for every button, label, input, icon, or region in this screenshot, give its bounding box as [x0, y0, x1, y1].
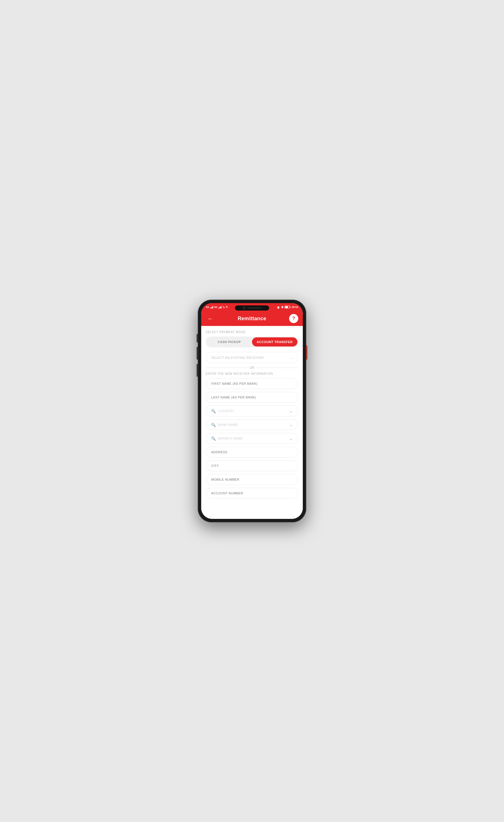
battery-body	[285, 306, 290, 309]
silent-button	[197, 364, 198, 377]
address-input[interactable]	[206, 447, 298, 457]
new-receiver-label: ENTER THE NEW RECEIVER INFORMATION	[206, 372, 298, 375]
divider-line-left	[206, 368, 247, 368]
bar4	[221, 306, 221, 309]
search-icon: 🔍	[211, 423, 216, 427]
app-header: ← Remittance ?	[201, 311, 303, 326]
country-label: COUNTRY	[218, 409, 290, 413]
or-text: OR	[250, 366, 255, 369]
select-receiver-label: SELECT AN EXSTING RECEIVER	[211, 356, 264, 359]
bar2	[219, 307, 220, 309]
power-button	[306, 345, 307, 360]
page-title: Remittance	[238, 316, 266, 322]
or-divider: OR	[206, 366, 298, 369]
bar1	[210, 308, 210, 309]
help-button[interactable]: ?	[289, 314, 298, 323]
country-dropdown[interactable]: 🔍 COUNTRY ⌄	[206, 406, 298, 416]
chevron-down-icon: ⌄	[290, 356, 293, 359]
camera-bar	[235, 305, 269, 311]
battery-fill	[285, 306, 288, 308]
account-transfer-option[interactable]: ACCOUNT TRANSFER	[252, 337, 298, 347]
bar4	[212, 306, 213, 309]
bar3	[212, 307, 212, 309]
bank-name-dropdown[interactable]: 🔍 BANK NAME ⌄	[206, 419, 298, 430]
wifi-icon: ∿	[222, 305, 225, 309]
chevron-down-icon: ⌄	[290, 436, 293, 441]
first-name-input[interactable]	[206, 378, 298, 389]
earpiece-speaker	[247, 307, 262, 309]
phone-screen: 3G 4G ∿ ↻ ⏰ ✱	[201, 303, 303, 519]
signal-bars-2	[218, 306, 221, 309]
network-3g: 3G	[206, 306, 209, 309]
search-icon: 🔍	[211, 436, 216, 441]
battery-indicator	[285, 306, 291, 309]
cash-pickup-option[interactable]: CASH PICKUP	[206, 337, 252, 347]
payment-mode-label: SELECT PAYMENT MODE	[206, 331, 298, 334]
bar1	[218, 308, 219, 309]
rotate-icon: ↻	[226, 306, 228, 309]
time-display: 09:53	[292, 306, 298, 309]
city-input[interactable]	[206, 460, 298, 471]
last-name-input[interactable]	[206, 392, 298, 403]
screen-content: SELECT PAYMENT MODE CASH PICKUP ACCOUNT …	[201, 326, 303, 519]
status-right: ⏰ ✱ 09:53	[277, 306, 298, 309]
front-camera	[242, 307, 245, 309]
signal-bars-1	[210, 306, 213, 309]
branch-name-dropdown[interactable]: 🔍 BRANCH NAME ⌄	[206, 433, 298, 444]
mobile-number-input[interactable]	[206, 474, 298, 485]
back-button[interactable]: ←	[206, 314, 215, 323]
bar3	[220, 307, 220, 309]
network-4g: 4G	[214, 306, 217, 309]
alarm-icon: ⏰	[277, 306, 280, 309]
divider-line-right	[257, 368, 298, 368]
help-icon: ?	[292, 316, 295, 321]
chevron-down-icon: ⌄	[290, 422, 293, 427]
branch-name-label: BRANCH NAME	[218, 437, 290, 440]
battery-tip	[290, 307, 291, 308]
payment-mode-toggle: CASH PICKUP ACCOUNT TRANSFER	[206, 337, 298, 347]
phone-device: 3G 4G ∿ ↻ ⏰ ✱	[198, 300, 306, 522]
select-receiver-dropdown[interactable]: SELECT AN EXSTING RECEIVER ⌄	[206, 352, 298, 363]
bluetooth-icon: ✱	[281, 306, 284, 309]
search-icon: 🔍	[211, 409, 216, 413]
account-number-input[interactable]	[206, 488, 298, 499]
bar2	[211, 307, 211, 309]
status-left: 3G 4G ∿ ↻	[206, 305, 228, 309]
chevron-down-icon: ⌄	[290, 409, 293, 413]
bank-name-label: BANK NAME	[218, 423, 290, 426]
volume-up-button	[197, 334, 198, 343]
volume-down-button	[197, 347, 198, 360]
